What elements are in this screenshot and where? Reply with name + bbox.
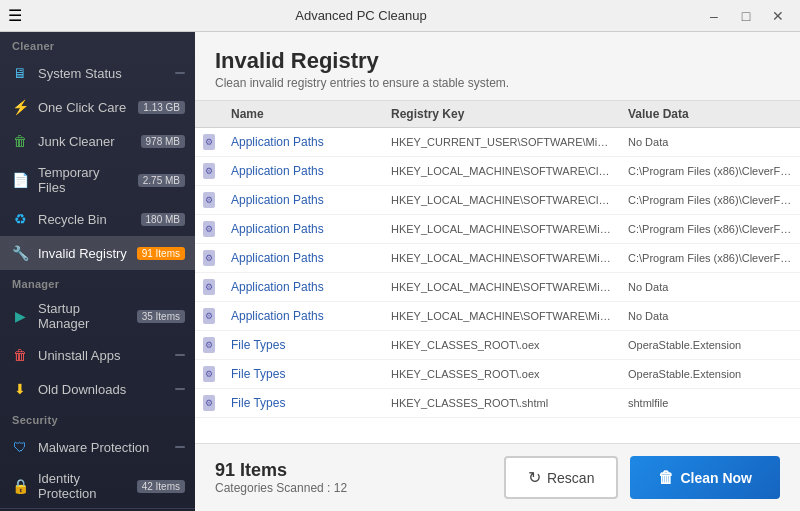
- sidebar-badge-temporary-files: 2.75 MB: [138, 174, 185, 187]
- page-title: Invalid Registry: [215, 48, 780, 74]
- clean-now-button[interactable]: 🗑 Clean Now: [630, 456, 780, 499]
- startup-icon: ▶: [10, 306, 30, 326]
- content-area: Invalid Registry Clean invalid registry …: [195, 32, 800, 511]
- cell-value-data-5: No Data: [620, 281, 800, 293]
- registry-entry-icon: ⚙: [203, 337, 215, 353]
- sidebar-label-junk-cleaner: Junk Cleaner: [38, 134, 133, 149]
- sidebar-label-malware-protection: Malware Protection: [38, 440, 167, 455]
- table-row[interactable]: ⚙ Application Paths HKEY_LOCAL_MACHINE\S…: [195, 244, 800, 273]
- cell-registry-key-6: HKEY_LOCAL_MACHINE\SOFTWARE\Microsoft\Wi…: [383, 310, 620, 322]
- sidebar-item-invalid-registry[interactable]: 🔧 Invalid Registry 91 Items: [0, 236, 195, 270]
- security-section-label: Security: [0, 406, 195, 430]
- uninstall-icon: 🗑: [10, 345, 30, 365]
- title-bar: ☰ Advanced PC Cleanup – □ ✕: [0, 0, 800, 32]
- registry-entry-icon: ⚙: [203, 163, 215, 179]
- cell-registry-key-0: HKEY_CURRENT_USER\SOFTWARE\Microsoft\Win…: [383, 136, 620, 148]
- col-header-registry-key: Registry Key: [383, 107, 620, 121]
- cell-registry-key-3: HKEY_LOCAL_MACHINE\SOFTWARE\Microsoft\Wi…: [383, 223, 620, 235]
- table-row[interactable]: ⚙ Application Paths HKEY_LOCAL_MACHINE\S…: [195, 273, 800, 302]
- sidebar-badge-junk-cleaner: 978 MB: [141, 135, 185, 148]
- cell-name-3: Application Paths: [223, 222, 383, 236]
- sidebar-badge-old-downloads: [175, 388, 185, 390]
- registry-entry-icon: ⚙: [203, 395, 215, 411]
- footer-info: 91 Items Categories Scanned : 12: [215, 460, 347, 495]
- cell-name-2: Application Paths: [223, 193, 383, 207]
- sidebar-item-malware-protection[interactable]: 🛡 Malware Protection: [0, 430, 195, 464]
- table-row[interactable]: ⚙ File Types HKEY_CLASSES_ROOT\.oex Oper…: [195, 360, 800, 389]
- cleaner-section-label: Cleaner: [0, 32, 195, 56]
- cell-value-data-1: C:\Program Files (x86)\CleverFile...: [620, 165, 800, 177]
- table-header: Name Registry Key Value Data: [195, 101, 800, 128]
- sidebar-badge-invalid-registry: 91 Items: [137, 247, 185, 260]
- registry-table[interactable]: Name Registry Key Value Data ⚙ Applicati…: [195, 100, 800, 443]
- cell-name-5: Application Paths: [223, 280, 383, 294]
- registry-entry-icon: ⚙: [203, 250, 215, 266]
- minimize-button[interactable]: –: [700, 6, 728, 26]
- row-icon-0: ⚙: [195, 134, 223, 150]
- cell-registry-key-4: HKEY_LOCAL_MACHINE\SOFTWARE\Microsoft\Wi…: [383, 252, 620, 264]
- table-row[interactable]: ⚙ Application Paths HKEY_LOCAL_MACHINE\S…: [195, 302, 800, 331]
- hamburger-icon[interactable]: ☰: [8, 6, 22, 25]
- rescan-label: Rescan: [547, 470, 594, 486]
- table-row[interactable]: ⚙ Application Paths HKEY_LOCAL_MACHINE\S…: [195, 157, 800, 186]
- maximize-button[interactable]: □: [732, 6, 760, 26]
- sidebar-item-identity-protection[interactable]: 🔒 Identity Protection 42 Items: [0, 464, 195, 508]
- download-icon: ⬇: [10, 379, 30, 399]
- sidebar-label-recycle-bin: Recycle Bin: [38, 212, 133, 227]
- sidebar-label-startup-manager: Startup Manager: [38, 301, 129, 331]
- cell-registry-key-1: HKEY_LOCAL_MACHINE\SOFTWARE\Classes\Appl…: [383, 165, 620, 177]
- sidebar-badge-uninstall-apps: [175, 354, 185, 356]
- row-icon-9: ⚙: [195, 395, 223, 411]
- row-icon-5: ⚙: [195, 279, 223, 295]
- sidebar-item-recycle-bin[interactable]: ♻ Recycle Bin 180 MB: [0, 202, 195, 236]
- registry-entry-icon: ⚙: [203, 279, 215, 295]
- sidebar-item-temporary-files[interactable]: 📄 Temporary Files 2.75 MB: [0, 158, 195, 202]
- cell-registry-key-9: HKEY_CLASSES_ROOT\.shtml: [383, 397, 620, 409]
- sidebar: Cleaner 🖥 System Status ⚡ One Click Care…: [0, 32, 195, 511]
- table-row[interactable]: ⚙ File Types HKEY_CLASSES_ROOT\.oex Oper…: [195, 331, 800, 360]
- sidebar-badge-malware-protection: [175, 446, 185, 448]
- table-row[interactable]: ⚙ Application Paths HKEY_LOCAL_MACHINE\S…: [195, 215, 800, 244]
- table-row[interactable]: ⚙ Application Paths HKEY_LOCAL_MACHINE\S…: [195, 186, 800, 215]
- trash-icon: 🗑: [10, 131, 30, 151]
- content-footer: 91 Items Categories Scanned : 12 ↻ Resca…: [195, 443, 800, 511]
- row-icon-3: ⚙: [195, 221, 223, 237]
- cell-name-0: Application Paths: [223, 135, 383, 149]
- cell-name-4: Application Paths: [223, 251, 383, 265]
- col-header-value-data: Value Data: [620, 107, 800, 121]
- sidebar-badge-startup-manager: 35 Items: [137, 310, 185, 323]
- sidebar-item-old-downloads[interactable]: ⬇ Old Downloads: [0, 372, 195, 406]
- table-row[interactable]: ⚙ Application Paths HKEY_CURRENT_USER\SO…: [195, 128, 800, 157]
- cell-value-data-4: C:\Program Files (x86)\CleverFiles\: [620, 252, 800, 264]
- sidebar-item-one-click-care[interactable]: ⚡ One Click Care 1.13 GB: [0, 90, 195, 124]
- sidebar-label-old-downloads: Old Downloads: [38, 382, 167, 397]
- sidebar-badge-one-click-care: 1.13 GB: [138, 101, 185, 114]
- row-icon-7: ⚙: [195, 337, 223, 353]
- table-body: ⚙ Application Paths HKEY_CURRENT_USER\SO…: [195, 128, 800, 418]
- recycle-icon: ♻: [10, 209, 30, 229]
- content-header: Invalid Registry Clean invalid registry …: [195, 32, 800, 100]
- table-row[interactable]: ⚙ File Types HKEY_CLASSES_ROOT\.shtml sh…: [195, 389, 800, 418]
- sidebar-label-invalid-registry: Invalid Registry: [38, 246, 129, 261]
- main-layout: Cleaner 🖥 System Status ⚡ One Click Care…: [0, 32, 800, 511]
- sidebar-item-junk-cleaner[interactable]: 🗑 Junk Cleaner 978 MB: [0, 124, 195, 158]
- row-icon-4: ⚙: [195, 250, 223, 266]
- shield-icon: 🛡: [10, 437, 30, 457]
- monitor-icon: 🖥: [10, 63, 30, 83]
- cell-value-data-2: C:\Program Files (x86)\CleverFile...: [620, 194, 800, 206]
- star-icon: ⚡: [10, 97, 30, 117]
- cell-name-6: Application Paths: [223, 309, 383, 323]
- close-button[interactable]: ✕: [764, 6, 792, 26]
- sidebar-item-startup-manager[interactable]: ▶ Startup Manager 35 Items: [0, 294, 195, 338]
- sidebar-badge-recycle-bin: 180 MB: [141, 213, 185, 226]
- cell-registry-key-5: HKEY_LOCAL_MACHINE\SOFTWARE\Microsoft\Wi…: [383, 281, 620, 293]
- sidebar-badge-system-status: [175, 72, 185, 74]
- registry-entry-icon: ⚙: [203, 221, 215, 237]
- clean-icon: 🗑: [658, 469, 674, 487]
- cell-value-data-6: No Data: [620, 310, 800, 322]
- sidebar-item-uninstall-apps[interactable]: 🗑 Uninstall Apps: [0, 338, 195, 372]
- rescan-button[interactable]: ↻ Rescan: [504, 456, 618, 499]
- sidebar-item-system-status[interactable]: 🖥 System Status: [0, 56, 195, 90]
- file-icon: 📄: [10, 170, 30, 190]
- clean-label: Clean Now: [680, 470, 752, 486]
